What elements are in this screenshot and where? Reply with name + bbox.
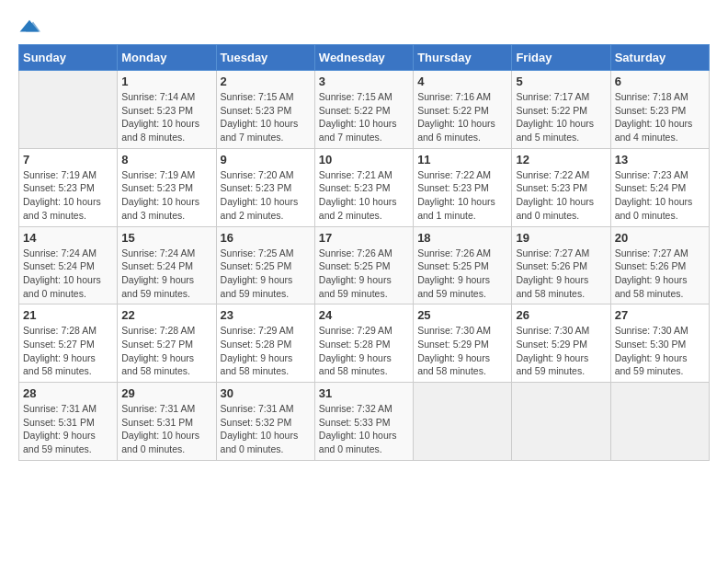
page-header — [18, 18, 710, 35]
calendar-cell: 21Sunrise: 7:28 AMSunset: 5:27 PMDayligh… — [19, 304, 118, 383]
day-number: 21 — [23, 308, 113, 322]
calendar-cell: 7Sunrise: 7:19 AMSunset: 5:23 PMDaylight… — [19, 148, 118, 226]
week-row-4: 21Sunrise: 7:28 AMSunset: 5:27 PMDayligh… — [19, 304, 710, 383]
calendar-cell: 31Sunrise: 7:32 AMSunset: 5:33 PMDayligh… — [314, 383, 413, 461]
day-info: Sunrise: 7:24 AMSunset: 5:24 PMDaylight:… — [121, 247, 211, 301]
day-info: Sunrise: 7:29 AMSunset: 5:28 PMDaylight:… — [221, 324, 311, 378]
day-info: Sunrise: 7:27 AMSunset: 5:26 PMDaylight:… — [615, 247, 705, 301]
calendar-cell: 27Sunrise: 7:30 AMSunset: 5:30 PMDayligh… — [610, 304, 709, 383]
calendar-cell: 17Sunrise: 7:26 AMSunset: 5:25 PMDayligh… — [314, 226, 413, 304]
day-number: 23 — [221, 308, 311, 322]
header-cell-wednesday: Wednesday — [314, 45, 413, 71]
day-info: Sunrise: 7:28 AMSunset: 5:27 PMDaylight:… — [23, 324, 113, 378]
day-number: 6 — [615, 75, 705, 88]
calendar-cell: 12Sunrise: 7:22 AMSunset: 5:23 PMDayligh… — [512, 148, 610, 226]
day-info: Sunrise: 7:29 AMSunset: 5:28 PMDaylight:… — [319, 324, 409, 378]
header-cell-friday: Friday — [512, 45, 610, 71]
day-info: Sunrise: 7:16 AMSunset: 5:22 PMDaylight:… — [417, 90, 507, 144]
day-number: 30 — [221, 386, 311, 400]
day-number: 10 — [319, 153, 409, 167]
calendar-cell: 4Sunrise: 7:16 AMSunset: 5:22 PMDaylight… — [414, 71, 512, 149]
day-number: 12 — [516, 153, 606, 167]
day-info: Sunrise: 7:30 AMSunset: 5:29 PMDaylight:… — [417, 324, 507, 378]
day-info: Sunrise: 7:22 AMSunset: 5:23 PMDaylight:… — [417, 168, 507, 223]
day-number: 18 — [417, 231, 507, 245]
calendar-cell: 19Sunrise: 7:27 AMSunset: 5:26 PMDayligh… — [512, 226, 610, 304]
header-cell-monday: Monday — [118, 45, 216, 71]
calendar-cell: 10Sunrise: 7:21 AMSunset: 5:23 PMDayligh… — [314, 148, 413, 226]
calendar-cell: 25Sunrise: 7:30 AMSunset: 5:29 PMDayligh… — [414, 304, 512, 383]
day-info: Sunrise: 7:23 AMSunset: 5:24 PMDaylight:… — [615, 168, 705, 223]
calendar-cell — [19, 71, 118, 149]
day-info: Sunrise: 7:32 AMSunset: 5:33 PMDaylight:… — [319, 402, 409, 456]
week-row-2: 7Sunrise: 7:19 AMSunset: 5:23 PMDaylight… — [19, 148, 710, 226]
day-number: 26 — [516, 308, 606, 322]
day-info: Sunrise: 7:31 AMSunset: 5:32 PMDaylight:… — [221, 402, 311, 456]
day-number: 28 — [23, 386, 113, 400]
calendar-cell: 11Sunrise: 7:22 AMSunset: 5:23 PMDayligh… — [414, 148, 512, 226]
calendar-header: SundayMondayTuesdayWednesdayThursdayFrid… — [19, 45, 710, 71]
calendar-cell — [512, 383, 610, 461]
calendar-cell: 30Sunrise: 7:31 AMSunset: 5:32 PMDayligh… — [216, 383, 314, 461]
calendar-cell: 18Sunrise: 7:26 AMSunset: 5:25 PMDayligh… — [414, 226, 512, 304]
day-info: Sunrise: 7:28 AMSunset: 5:27 PMDaylight:… — [121, 324, 211, 378]
header-row: SundayMondayTuesdayWednesdayThursdayFrid… — [19, 45, 710, 71]
week-row-5: 28Sunrise: 7:31 AMSunset: 5:31 PMDayligh… — [19, 383, 710, 461]
header-cell-saturday: Saturday — [610, 45, 709, 71]
calendar-cell: 1Sunrise: 7:14 AMSunset: 5:23 PMDaylight… — [118, 71, 216, 149]
calendar-cell: 5Sunrise: 7:17 AMSunset: 5:22 PMDaylight… — [512, 71, 610, 149]
calendar-cell: 23Sunrise: 7:29 AMSunset: 5:28 PMDayligh… — [216, 304, 314, 383]
day-number: 13 — [615, 153, 705, 167]
day-number: 29 — [121, 386, 211, 400]
day-number: 4 — [417, 75, 507, 88]
day-number: 16 — [221, 231, 311, 245]
calendar-cell: 26Sunrise: 7:30 AMSunset: 5:29 PMDayligh… — [512, 304, 610, 383]
day-info: Sunrise: 7:14 AMSunset: 5:23 PMDaylight:… — [121, 90, 211, 144]
calendar-table: SundayMondayTuesdayWednesdayThursdayFrid… — [18, 44, 710, 461]
day-info: Sunrise: 7:27 AMSunset: 5:26 PMDaylight:… — [516, 247, 606, 301]
calendar-cell: 29Sunrise: 7:31 AMSunset: 5:31 PMDayligh… — [118, 383, 216, 461]
header-cell-sunday: Sunday — [19, 45, 118, 71]
day-number: 19 — [516, 231, 606, 245]
day-number: 24 — [319, 308, 409, 322]
calendar-cell: 3Sunrise: 7:15 AMSunset: 5:22 PMDaylight… — [314, 71, 413, 149]
day-info: Sunrise: 7:22 AMSunset: 5:23 PMDaylight:… — [516, 168, 606, 223]
day-number: 8 — [121, 153, 211, 167]
calendar-cell: 13Sunrise: 7:23 AMSunset: 5:24 PMDayligh… — [610, 148, 709, 226]
day-info: Sunrise: 7:30 AMSunset: 5:30 PMDaylight:… — [615, 324, 705, 378]
day-info: Sunrise: 7:20 AMSunset: 5:23 PMDaylight:… — [221, 168, 311, 223]
day-info: Sunrise: 7:19 AMSunset: 5:23 PMDaylight:… — [23, 168, 113, 223]
week-row-3: 14Sunrise: 7:24 AMSunset: 5:24 PMDayligh… — [19, 226, 710, 304]
day-info: Sunrise: 7:30 AMSunset: 5:29 PMDaylight:… — [516, 324, 606, 378]
calendar-cell: 22Sunrise: 7:28 AMSunset: 5:27 PMDayligh… — [118, 304, 216, 383]
day-info: Sunrise: 7:31 AMSunset: 5:31 PMDaylight:… — [121, 402, 211, 456]
day-info: Sunrise: 7:24 AMSunset: 5:24 PMDaylight:… — [23, 247, 113, 301]
day-number: 20 — [615, 231, 705, 245]
day-number: 3 — [319, 75, 409, 88]
calendar-cell: 6Sunrise: 7:18 AMSunset: 5:23 PMDaylight… — [610, 71, 709, 149]
calendar-cell: 15Sunrise: 7:24 AMSunset: 5:24 PMDayligh… — [118, 226, 216, 304]
day-info: Sunrise: 7:15 AMSunset: 5:23 PMDaylight:… — [221, 90, 311, 144]
day-number: 7 — [23, 153, 113, 167]
day-info: Sunrise: 7:26 AMSunset: 5:25 PMDaylight:… — [319, 247, 409, 301]
day-info: Sunrise: 7:25 AMSunset: 5:25 PMDaylight:… — [221, 247, 311, 301]
day-number: 14 — [23, 231, 113, 245]
day-info: Sunrise: 7:21 AMSunset: 5:23 PMDaylight:… — [319, 168, 409, 223]
logo-icon — [18, 18, 40, 35]
calendar-cell — [610, 383, 709, 461]
day-info: Sunrise: 7:18 AMSunset: 5:23 PMDaylight:… — [615, 90, 705, 144]
day-number: 17 — [319, 231, 409, 245]
day-info: Sunrise: 7:19 AMSunset: 5:23 PMDaylight:… — [121, 168, 211, 223]
day-number: 1 — [121, 75, 211, 88]
calendar-cell: 14Sunrise: 7:24 AMSunset: 5:24 PMDayligh… — [19, 226, 118, 304]
calendar-cell: 24Sunrise: 7:29 AMSunset: 5:28 PMDayligh… — [314, 304, 413, 383]
header-cell-thursday: Thursday — [414, 45, 512, 71]
day-number: 2 — [221, 75, 311, 88]
day-info: Sunrise: 7:17 AMSunset: 5:22 PMDaylight:… — [516, 90, 606, 144]
day-info: Sunrise: 7:15 AMSunset: 5:22 PMDaylight:… — [319, 90, 409, 144]
calendar-cell — [414, 383, 512, 461]
logo — [18, 18, 44, 35]
calendar-cell: 28Sunrise: 7:31 AMSunset: 5:31 PMDayligh… — [19, 383, 118, 461]
day-number: 9 — [221, 153, 311, 167]
day-info: Sunrise: 7:26 AMSunset: 5:25 PMDaylight:… — [417, 247, 507, 301]
